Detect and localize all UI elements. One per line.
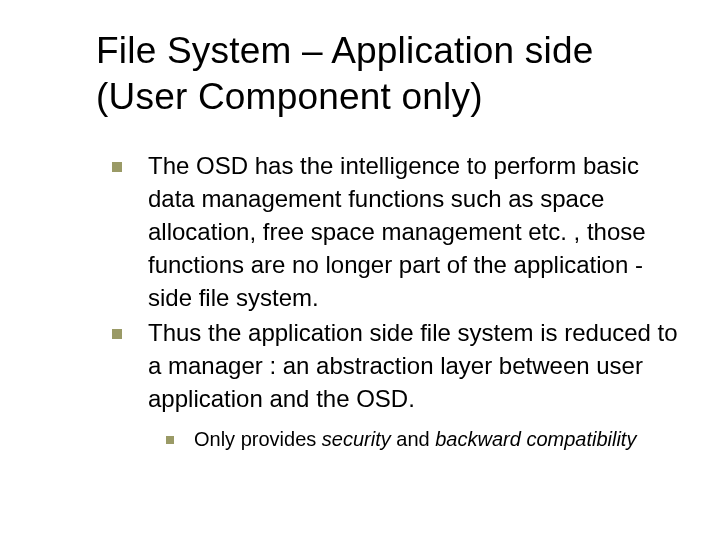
list-item: Only provides security and backward comp…: [164, 425, 678, 453]
slide: File System – Application side (User Com…: [0, 0, 720, 540]
italic-text: backward compatibility: [435, 428, 636, 450]
list-item: Thus the application side file system is…: [108, 316, 678, 453]
text-run: and: [391, 428, 435, 450]
slide-title: File System – Application side (User Com…: [96, 28, 684, 121]
sub-bullet-list: Only provides security and backward comp…: [148, 425, 678, 453]
bullet-text: The OSD has the intelligence to perform …: [148, 152, 646, 311]
square-bullet-icon: [112, 162, 122, 172]
italic-text: security: [322, 428, 391, 450]
text-run: Only provides: [194, 428, 322, 450]
list-item: The OSD has the intelligence to perform …: [108, 149, 678, 315]
bullet-text: Thus the application side file system is…: [148, 319, 678, 412]
sub-bullet-text: Only provides security and backward comp…: [194, 428, 636, 450]
square-bullet-icon: [112, 329, 122, 339]
bullet-list: The OSD has the intelligence to perform …: [96, 149, 684, 454]
square-bullet-icon: [166, 436, 174, 444]
